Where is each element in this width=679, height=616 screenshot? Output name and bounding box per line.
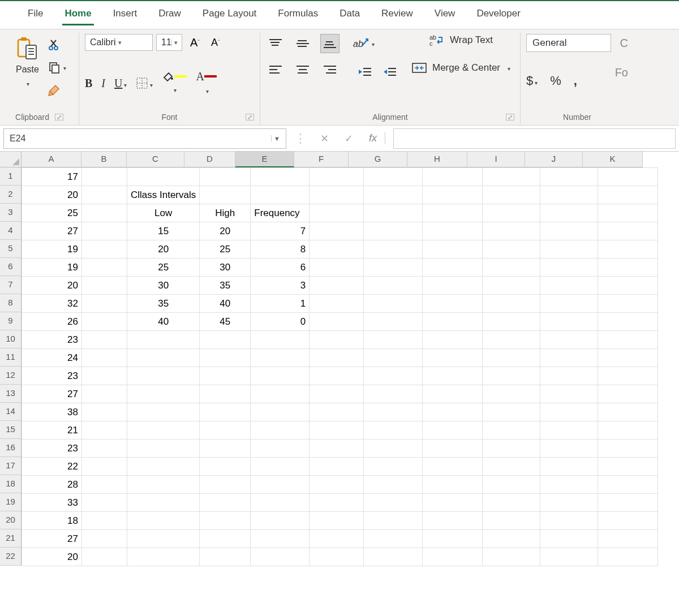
column-header[interactable]: H bbox=[407, 152, 467, 167]
cell[interactable] bbox=[310, 204, 364, 222]
row-header[interactable]: 19 bbox=[0, 493, 22, 511]
cell[interactable] bbox=[483, 168, 540, 186]
bold-button[interactable]: B bbox=[85, 77, 92, 90]
cell[interactable] bbox=[251, 421, 310, 440]
cell[interactable] bbox=[540, 494, 598, 512]
cell[interactable] bbox=[364, 222, 423, 240]
cell[interactable] bbox=[364, 240, 423, 259]
cell[interactable] bbox=[82, 367, 127, 385]
paste-dropdown-icon[interactable] bbox=[25, 78, 29, 88]
cell[interactable]: 18 bbox=[22, 512, 82, 530]
cell[interactable] bbox=[251, 548, 310, 566]
cell[interactable] bbox=[82, 186, 127, 204]
borders-button[interactable] bbox=[136, 77, 148, 89]
cell[interactable] bbox=[364, 440, 423, 458]
cell[interactable] bbox=[364, 204, 423, 222]
column-header[interactable]: E bbox=[235, 152, 294, 167]
column-header[interactable]: D bbox=[184, 152, 235, 167]
cell[interactable] bbox=[310, 168, 364, 186]
cell[interactable] bbox=[423, 512, 483, 530]
cell[interactable] bbox=[251, 168, 310, 186]
cell[interactable] bbox=[127, 385, 200, 403]
cell[interactable] bbox=[127, 421, 200, 440]
column-header[interactable]: C bbox=[127, 152, 184, 167]
cell[interactable]: 25 bbox=[127, 259, 200, 277]
cell[interactable] bbox=[598, 222, 658, 240]
cell[interactable] bbox=[364, 277, 423, 295]
cell[interactable] bbox=[483, 494, 540, 512]
cell[interactable] bbox=[540, 168, 598, 186]
cell[interactable]: 25 bbox=[200, 240, 251, 259]
fx-icon[interactable]: fx bbox=[363, 132, 385, 144]
cell[interactable] bbox=[598, 240, 658, 259]
italic-button[interactable]: I bbox=[101, 77, 105, 90]
cell[interactable] bbox=[200, 385, 251, 403]
cell[interactable] bbox=[364, 530, 423, 548]
cell[interactable] bbox=[423, 548, 483, 566]
number-format-select[interactable]: General bbox=[526, 34, 611, 52]
cell[interactable] bbox=[251, 512, 310, 530]
cell[interactable] bbox=[127, 349, 200, 367]
cell[interactable] bbox=[423, 204, 483, 222]
cell[interactable] bbox=[310, 222, 364, 240]
cell[interactable] bbox=[310, 421, 364, 440]
cell[interactable]: 23 bbox=[22, 367, 82, 385]
cell[interactable] bbox=[423, 222, 483, 240]
row-header[interactable]: 1 bbox=[0, 167, 22, 186]
cell[interactable] bbox=[310, 476, 364, 494]
cell[interactable]: 45 bbox=[200, 313, 251, 331]
merge-dropdown-icon[interactable] bbox=[506, 62, 510, 74]
cell[interactable] bbox=[598, 331, 658, 349]
paste-button[interactable]: Paste bbox=[12, 34, 42, 91]
cell[interactable] bbox=[483, 403, 540, 421]
cell[interactable] bbox=[483, 295, 540, 313]
cell[interactable] bbox=[310, 385, 364, 403]
cell[interactable]: 8 bbox=[251, 240, 310, 259]
cell[interactable] bbox=[200, 494, 251, 512]
cell[interactable]: 20 bbox=[127, 240, 200, 259]
cell[interactable]: 3 bbox=[251, 277, 310, 295]
cell[interactable] bbox=[483, 259, 540, 277]
cell[interactable]: 6 bbox=[251, 259, 310, 277]
cell[interactable] bbox=[540, 222, 598, 240]
cell[interactable] bbox=[540, 295, 598, 313]
cell[interactable] bbox=[364, 367, 423, 385]
cell[interactable] bbox=[82, 512, 127, 530]
align-center-button[interactable] bbox=[293, 60, 312, 79]
cell[interactable] bbox=[423, 440, 483, 458]
cells-area[interactable]: 1720Cllass Intervals25LowHighFrequency27… bbox=[22, 167, 658, 566]
cell[interactable] bbox=[423, 385, 483, 403]
cell[interactable] bbox=[82, 295, 127, 313]
cell[interactable] bbox=[200, 512, 251, 530]
cell[interactable] bbox=[483, 476, 540, 494]
decrease-font-button[interactable]: Aˇ bbox=[211, 37, 220, 49]
cell[interactable] bbox=[127, 458, 200, 476]
cell[interactable] bbox=[540, 240, 598, 259]
row-header[interactable]: 17 bbox=[0, 457, 22, 475]
cell[interactable]: Frequency bbox=[251, 204, 310, 222]
cell[interactable]: 20 bbox=[200, 222, 251, 240]
cell[interactable] bbox=[364, 403, 423, 421]
cell[interactable] bbox=[364, 295, 423, 313]
cell[interactable] bbox=[310, 331, 364, 349]
cell[interactable] bbox=[82, 259, 127, 277]
column-header[interactable]: I bbox=[467, 152, 525, 167]
cell[interactable] bbox=[364, 458, 423, 476]
cell[interactable] bbox=[310, 240, 364, 259]
cell[interactable] bbox=[540, 440, 598, 458]
cell[interactable] bbox=[483, 204, 540, 222]
cell[interactable]: 23 bbox=[22, 331, 82, 349]
row-header[interactable]: 13 bbox=[0, 385, 22, 403]
cell[interactable] bbox=[200, 403, 251, 421]
currency-dropdown-icon[interactable] bbox=[533, 74, 538, 88]
cell[interactable] bbox=[310, 277, 364, 295]
cell[interactable]: 17 bbox=[22, 168, 82, 186]
comma-style-button[interactable]: , bbox=[574, 74, 577, 88]
enter-formula-button[interactable]: ✓ bbox=[339, 132, 359, 145]
cell[interactable] bbox=[82, 385, 127, 403]
cell[interactable]: 30 bbox=[200, 259, 251, 277]
cell[interactable] bbox=[310, 259, 364, 277]
cell[interactable] bbox=[200, 186, 251, 204]
cell[interactable]: 20 bbox=[22, 186, 82, 204]
cell[interactable] bbox=[127, 168, 200, 186]
